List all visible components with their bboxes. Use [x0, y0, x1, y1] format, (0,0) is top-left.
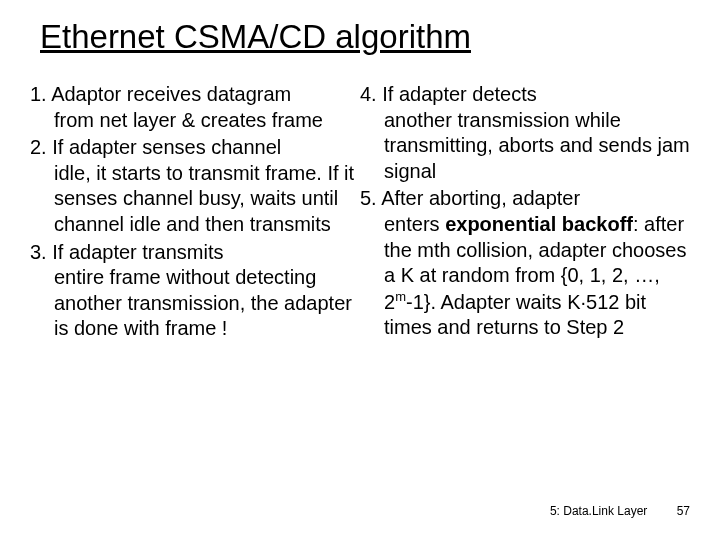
step-2: 2. If adapter senses channel idle, it st… [30, 135, 360, 237]
slide-footer: 5: Data.Link Layer 57 [550, 504, 690, 518]
step-body: entire frame without detecting another t… [30, 265, 360, 342]
step-4: 4. If adapter detects another transmissi… [360, 82, 690, 184]
step-number: 5. [360, 187, 377, 209]
step-number: 1. [30, 83, 47, 105]
content-columns: 1. Adaptor receives datagram from net la… [30, 82, 690, 344]
step-first-line: If adapter transmits [52, 241, 223, 263]
step-first-line: After aborting, adapter [381, 187, 580, 209]
footer-label: 5: Data.Link Layer [550, 504, 647, 518]
step-1: 1. Adaptor receives datagram from net la… [30, 82, 360, 133]
step-3: 3. If adapter transmits entire frame wit… [30, 240, 360, 342]
superscript: m [395, 289, 406, 304]
step-number: 4. [360, 83, 377, 105]
right-column: 4. If adapter detects another transmissi… [360, 82, 690, 344]
step-body: enters exponential backoff: after the mt… [360, 212, 690, 341]
page-number: 57 [677, 504, 690, 518]
step-body: another transmission while transmitting,… [360, 108, 690, 185]
left-column: 1. Adaptor receives datagram from net la… [30, 82, 360, 344]
step-5: 5. After aborting, adapter enters expone… [360, 186, 690, 340]
step-first-line: If adapter senses channel [52, 136, 281, 158]
step-first-line: If adapter detects [382, 83, 537, 105]
step-body: from net layer & creates frame [30, 108, 360, 134]
step-number: 3. [30, 241, 47, 263]
step-first-line: Adaptor receives datagram [51, 83, 291, 105]
bold-term: exponential backoff [445, 213, 633, 235]
step-number: 2. [30, 136, 47, 158]
slide-title: Ethernet CSMA/CD algorithm [40, 18, 690, 56]
step-body: idle, it starts to transmit frame. If it… [30, 161, 360, 238]
